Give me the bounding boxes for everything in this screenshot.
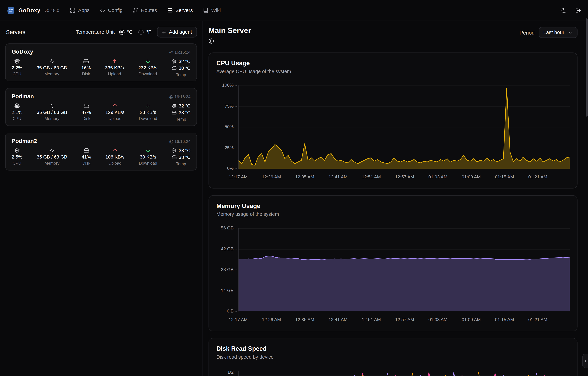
cpu-icon — [172, 104, 177, 108]
x-axis-label: 12:35 AM — [295, 174, 314, 179]
metric-value: 335 KB/s — [105, 65, 124, 70]
arrow-up-icon — [112, 58, 117, 64]
metric-value: 2.2% — [12, 65, 22, 70]
x-axis-label: 12:26 AM — [262, 317, 281, 322]
chart-plot[interactable] — [238, 228, 570, 312]
x-axis-label: 12:17 AM — [229, 317, 248, 322]
x-axis-label: 01:15 AM — [495, 317, 514, 322]
metric-download: 23 KB/sDownload — [139, 103, 157, 121]
metric-value: 38 °C — [179, 155, 191, 160]
metric-value: 35 GB / 63 GB — [37, 154, 67, 159]
metric-memory: 35 GB / 63 GBMemory — [37, 58, 67, 77]
server-timestamp: @ 16:16:24 — [169, 50, 191, 54]
x-axis: 12:17 AM12:26 AM12:35 AM12:41 AM12:51 AM… — [238, 314, 570, 324]
logout-button[interactable] — [575, 7, 581, 13]
metric-value: 38 °C — [179, 148, 191, 153]
unit-option-c[interactable]: °C — [119, 29, 133, 35]
scrollbar-thumb[interactable] — [586, 18, 588, 116]
unit-option-label: °C — [127, 29, 133, 35]
metric-value: 16% — [81, 65, 91, 70]
x-axis-label: 01:15 AM — [495, 174, 514, 179]
arrow-down-icon — [145, 58, 150, 64]
unit-option-f[interactable]: °F — [138, 29, 151, 35]
hard-drive-icon — [83, 58, 89, 64]
chart-plot[interactable] — [238, 371, 570, 376]
servers-icon — [167, 7, 173, 13]
cpu-icon — [172, 59, 177, 64]
activity-icon — [49, 147, 55, 153]
sidebar-title: Servers — [6, 29, 25, 35]
metric-cpu: 2.2%CPU — [12, 58, 22, 77]
metric-value: 129 KB/s — [105, 110, 124, 115]
metric-value: 23 KB/s — [140, 110, 156, 115]
metric-upload: 106 KB/sUpload — [105, 147, 124, 166]
nav-item-config[interactable]: Config — [100, 7, 123, 13]
nav-item-servers[interactable]: Servers — [167, 7, 193, 13]
chart-card-disk-read-speed: Disk Read SpeedDisk read speed by device… — [209, 338, 577, 376]
metric-label: Disk — [82, 161, 90, 165]
metric-value: 32 °C — [179, 59, 191, 64]
metric-label: Temp — [176, 162, 186, 166]
globe-icon — [209, 38, 214, 44]
nav-actions — [561, 7, 581, 13]
chart-cpu-usage: 100%75%50%25%0%12:17 AM12:26 AM12:35 AM1… — [216, 85, 570, 181]
server-card-podman2[interactable]: Podman2@ 16:16:242.5%CPU35 GB / 63 GBMem… — [5, 133, 197, 170]
add-agent-button[interactable]: Add agent — [157, 27, 197, 38]
hard-drive-icon — [84, 103, 89, 109]
y-axis-label: 75% — [225, 104, 234, 109]
code-icon — [100, 7, 105, 13]
chart-plot[interactable] — [238, 85, 570, 169]
metric-disk: 41%Disk — [82, 147, 91, 166]
server-card-godoxy[interactable]: GoDoxy@ 16:16:242.2%CPU35 GB / 63 GBMemo… — [5, 43, 197, 81]
period-label: Period — [519, 30, 535, 36]
server-name: GoDoxy — [12, 48, 33, 55]
nav-items: AppsConfigRoutesServersWiki — [70, 7, 221, 13]
chart-title: Memory Usage — [216, 202, 570, 209]
nav-item-wiki[interactable]: Wiki — [203, 7, 221, 13]
hard-drive-icon — [172, 65, 177, 70]
metric-value: 32 °C — [179, 103, 191, 108]
nav-item-apps[interactable]: Apps — [70, 7, 89, 13]
theme-toggle-button[interactable] — [561, 7, 567, 13]
metric-label: CPU — [13, 116, 21, 121]
arrow-up-icon — [112, 103, 118, 109]
y-axis: 56 GB42 GB28 GB14 GB0 B — [216, 228, 238, 324]
nav-item-label: Wiki — [211, 7, 221, 13]
metric-value: 106 KB/s — [105, 154, 124, 159]
plus-icon — [161, 30, 167, 35]
page-title: Main Server — [209, 26, 251, 35]
x-axis-label: 01:21 AM — [528, 174, 547, 179]
x-axis-label: 12:51 AM — [362, 174, 381, 179]
grid-icon — [70, 7, 75, 13]
arrow-down-icon — [145, 103, 151, 109]
metric-label: Upload — [108, 72, 121, 76]
metric-value: 30 KB/s — [140, 154, 156, 159]
y-axis-label: 0% — [227, 166, 234, 171]
period-select[interactable]: Last hour — [539, 27, 577, 38]
server-card-podman[interactable]: Podman@ 16:16:242.1%CPU35 GB / 63 GBMemo… — [5, 88, 197, 126]
book-icon — [203, 7, 209, 13]
sidebar: Servers Temperature Unit °C°F Add agent … — [0, 21, 203, 376]
y-axis-label: 1/2MB/s — [223, 370, 234, 376]
godoxy-logo — [7, 6, 15, 14]
main-content: Main Server Period Last hour CPU UsageAv… — [203, 21, 588, 376]
x-axis-label: 12:41 AM — [329, 174, 348, 179]
brand-name: GoDoxy — [18, 7, 41, 13]
nav-item-routes[interactable]: Routes — [133, 7, 157, 13]
metric-memory: 35 GB / 63 GBMemory — [37, 147, 67, 166]
metric-upload: 129 KB/sUpload — [105, 103, 124, 121]
y-axis-label: 56 GB — [221, 226, 234, 231]
metric-label: Download — [139, 116, 157, 121]
collapse-panel-handle[interactable] — [582, 354, 588, 368]
metric-cpu: 2.5%CPU — [12, 147, 22, 166]
metric-label: Download — [139, 161, 157, 165]
radio-icon — [119, 30, 124, 35]
metric-label: CPU — [13, 161, 21, 165]
nav-item-label: Routes — [141, 7, 157, 13]
x-axis-label: 01:21 AM — [528, 317, 547, 322]
y-axis: 100%75%50%25%0% — [216, 85, 238, 181]
chart-disk-read-speed: 1/2MB/s — [216, 371, 570, 376]
y-axis-label: 42 GB — [221, 246, 234, 252]
add-agent-label: Add agent — [169, 29, 192, 35]
server-metrics: 2.1%CPU35 GB / 63 GBMemory47%Disk129 KB/… — [12, 103, 191, 121]
